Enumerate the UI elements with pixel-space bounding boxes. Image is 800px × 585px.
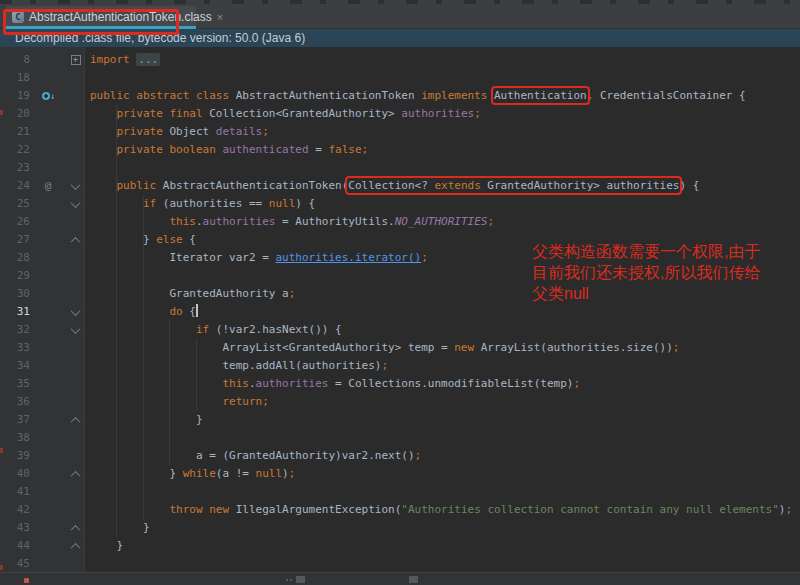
code-line[interactable]: 35 this.authorities = Collections.unmodi…	[0, 375, 800, 393]
line-number[interactable]: 39	[0, 447, 30, 465]
fold-up-icon[interactable]	[71, 416, 81, 426]
code-text[interactable]: }	[85, 537, 123, 555]
code-line[interactable]: 18	[0, 69, 800, 87]
code-text[interactable]: } while(a != null);	[85, 465, 295, 483]
code-line[interactable]: 32 if (!var2.hasNext()) {	[0, 321, 800, 339]
code-line[interactable]: 23	[0, 159, 800, 177]
code-line[interactable]: 22 private boolean authenticated = false…	[0, 141, 800, 159]
line-number[interactable]: 40	[0, 465, 30, 483]
line-number[interactable]: 41	[0, 483, 30, 501]
code-text[interactable]: this.authorities = Collections.unmodifia…	[85, 375, 580, 393]
fold-up-icon[interactable]	[71, 524, 81, 534]
code-text[interactable]: throw new IllegalArgumentException("Auth…	[85, 501, 792, 519]
code-line[interactable]: 40 } while(a != null);	[0, 465, 800, 483]
line-number[interactable]: 24	[0, 177, 30, 195]
line-number[interactable]: 23	[0, 159, 30, 177]
line-number[interactable]: 45	[0, 555, 30, 572]
fold-up-icon[interactable]	[71, 542, 81, 552]
code-line[interactable]: 44 }	[0, 537, 800, 555]
line-number[interactable]: 30	[0, 285, 30, 303]
line-number[interactable]: 37	[0, 411, 30, 429]
code-line[interactable]: 37 }	[0, 411, 800, 429]
code-line[interactable]: 45	[0, 555, 800, 572]
code-text[interactable]	[85, 267, 90, 285]
line-number[interactable]: 22	[0, 141, 30, 159]
code-text[interactable]: if (!var2.hasNext()) {	[85, 321, 342, 339]
code-line[interactable]: 42 throw new IllegalArgumentException("A…	[0, 501, 800, 519]
code-text[interactable]: a = (GrantedAuthority)var2.next();	[85, 447, 421, 465]
code-line[interactable]: 19public abstract class AbstractAuthenti…	[0, 87, 800, 105]
tab-abstractauthenticationtoken[interactable]: C AbstractAuthenticationToken.class ×	[6, 6, 196, 28]
line-number[interactable]: 31	[0, 303, 30, 321]
code-line[interactable]: 26 this.authorities = AuthorityUtils.NO_…	[0, 213, 800, 231]
code-line[interactable]: 24@ public AbstractAuthenticationToken(C…	[0, 177, 800, 195]
line-number[interactable]: 8	[0, 51, 30, 69]
line-number[interactable]: 19	[0, 87, 30, 105]
code-line[interactable]: 30 GrantedAuthority a;	[0, 285, 800, 303]
scrollbar-thumb[interactable]	[409, 576, 418, 583]
fold-up-icon[interactable]	[71, 236, 81, 246]
scrollbar-thumb[interactable]	[296, 576, 305, 583]
code-text[interactable]: public AbstractAuthenticationToken(Colle…	[85, 177, 699, 195]
line-number[interactable]: 29	[0, 267, 30, 285]
code-line[interactable]: 28 Iterator var2 = authorities.iterator(…	[0, 249, 800, 267]
code-text[interactable]	[85, 555, 90, 572]
line-number[interactable]: 34	[0, 357, 30, 375]
overridden-marker-icon[interactable]	[42, 91, 55, 102]
line-number[interactable]: 18	[0, 69, 30, 87]
line-number[interactable]: 27	[0, 231, 30, 249]
code-text[interactable]: this.authorities = AuthorityUtils.NO_AUT…	[85, 213, 494, 231]
tab-close-icon[interactable]: ×	[217, 12, 223, 23]
code-line[interactable]: 25 if (authorities == null) {	[0, 195, 800, 213]
code-text[interactable]: } else {	[85, 231, 196, 249]
code-text[interactable]: ArrayList<GrantedAuthority> temp = new A…	[85, 339, 679, 357]
fold-down-icon[interactable]	[71, 180, 81, 190]
code-line[interactable]: 38	[0, 429, 800, 447]
line-number[interactable]: 44	[0, 537, 30, 555]
fold-up-icon[interactable]	[71, 470, 81, 480]
line-number[interactable]: 32	[0, 321, 30, 339]
code-line[interactable]: 41	[0, 483, 800, 501]
code-text[interactable]: }	[85, 519, 150, 537]
code-text[interactable]: GrantedAuthority a;	[85, 285, 295, 303]
code-line[interactable]: 31 do {	[0, 303, 800, 321]
code-text[interactable]: return;	[85, 393, 269, 411]
code-text[interactable]: }	[85, 411, 203, 429]
code-text[interactable]: private boolean authenticated = false;	[85, 141, 368, 159]
code-text[interactable]	[85, 483, 90, 501]
line-number[interactable]: 28	[0, 249, 30, 267]
code-text[interactable]	[85, 429, 90, 447]
code-text[interactable]: temp.addAll(authorities);	[85, 357, 388, 375]
line-number[interactable]: 26	[0, 213, 30, 231]
line-number[interactable]: 36	[0, 393, 30, 411]
code-line[interactable]: 27 } else {	[0, 231, 800, 249]
fold-plus-icon[interactable]	[71, 55, 81, 65]
code-text[interactable]: private final Collection<GrantedAuthorit…	[85, 105, 481, 123]
code-text[interactable]	[85, 159, 90, 177]
fold-down-icon[interactable]	[71, 324, 81, 334]
line-number[interactable]: 43	[0, 519, 30, 537]
code-line[interactable]: 20 private final Collection<GrantedAutho…	[0, 105, 800, 123]
code-editor[interactable]: 8import ...1819public abstract class Abs…	[0, 47, 800, 572]
fold-down-icon[interactable]	[71, 198, 81, 208]
code-line[interactable]: 36 return;	[0, 393, 800, 411]
line-number[interactable]: 42	[0, 501, 30, 519]
line-number[interactable]: 21	[0, 123, 30, 141]
line-number[interactable]: 35	[0, 375, 30, 393]
line-number[interactable]: 38	[0, 429, 30, 447]
code-text[interactable]: do {	[85, 303, 198, 321]
code-line[interactable]: 33 ArrayList<GrantedAuthority> temp = ne…	[0, 339, 800, 357]
fold-down-icon[interactable]	[71, 306, 81, 316]
code-line[interactable]: 29	[0, 267, 800, 285]
code-text[interactable]: public abstract class AbstractAuthentica…	[85, 87, 746, 105]
code-line[interactable]: 8import ...	[0, 51, 800, 69]
code-text[interactable]	[85, 69, 90, 87]
code-text[interactable]: import ...	[85, 51, 160, 69]
line-number[interactable]: 25	[0, 195, 30, 213]
code-text[interactable]: Iterator var2 = authorities.iterator();	[85, 249, 428, 267]
line-number[interactable]: 20	[0, 105, 30, 123]
line-number[interactable]: 33	[0, 339, 30, 357]
code-text[interactable]: if (authorities == null) {	[85, 195, 315, 213]
code-line[interactable]: 34 temp.addAll(authorities);	[0, 357, 800, 375]
code-text[interactable]: private Object details;	[85, 123, 269, 141]
